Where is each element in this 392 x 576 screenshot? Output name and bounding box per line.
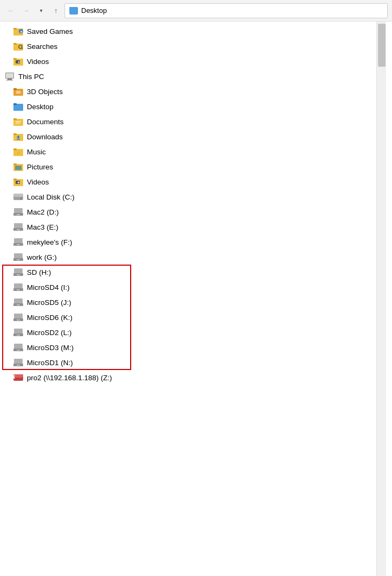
desktop-icon (13, 101, 24, 112)
pro2-z-icon (13, 372, 24, 383)
nav-item-music[interactable]: ♪Music (0, 144, 376, 159)
nav-item-microsd3-m[interactable]: MicroSD3 (M:) (0, 340, 376, 355)
nav-item-documents[interactable]: Documents (0, 114, 376, 129)
music-label: Music (27, 148, 46, 156)
nav-item-videos-user[interactable]: Videos (0, 54, 376, 69)
work-g-icon (13, 252, 24, 262)
svg-text:★: ★ (20, 30, 23, 33)
back-button[interactable]: ← (4, 4, 17, 17)
nav-pane[interactable]: ★Saved GamesSearchesVideosThis PC3D3D Ob… (0, 22, 376, 576)
svg-rect-53 (17, 244, 20, 245)
mac2-d-label: Mac2 (D:) (27, 208, 59, 216)
svg-rect-75 (14, 359, 23, 364)
searches-label: Searches (27, 42, 58, 51)
svg-rect-10 (13, 58, 17, 60)
microsd4-i-icon (13, 282, 24, 293)
nav-item-work-g[interactable]: work (G:) (0, 250, 376, 265)
nav-item-microsd2-l[interactable]: MicroSD2 (L:) (0, 325, 376, 340)
microsd5-j-icon (13, 297, 24, 308)
downloads-icon (13, 131, 24, 142)
svg-rect-60 (14, 283, 23, 288)
mekylee-f-icon (13, 237, 24, 247)
local-disk-c-label: Local Disk (C:) (27, 193, 75, 201)
nav-item-3d-objects[interactable]: 3D3D Objects (0, 84, 376, 99)
scrollbar-track[interactable] (376, 22, 386, 576)
nav-item-searches[interactable]: Searches (0, 39, 376, 54)
svg-rect-48 (14, 223, 23, 228)
this-pc-label: This PC (18, 73, 44, 81)
microsd2-l-label: MicroSD2 (L:) (27, 329, 72, 337)
nav-item-sd-h[interactable]: SD (H:) (0, 265, 376, 280)
svg-rect-79 (13, 374, 23, 378)
pro2-z-label: pro2 (\\192.168.1.188) (Z:) (27, 374, 112, 382)
nav-item-saved-games[interactable]: ★Saved Games (0, 24, 376, 39)
nav-item-pro2-z[interactable]: pro2 (\\192.168.1.188) (Z:) (0, 370, 376, 385)
svg-rect-77 (17, 365, 20, 366)
svg-rect-39 (13, 179, 17, 180)
svg-point-44 (20, 197, 22, 200)
microsd1-n-icon (13, 357, 24, 368)
svg-rect-72 (14, 344, 23, 349)
microsd6-k-label: MicroSD6 (K:) (27, 314, 73, 322)
music-icon: ♪ (13, 146, 24, 157)
mac3-e-label: Mac3 (E:) (27, 223, 59, 231)
svg-rect-18 (13, 88, 17, 90)
svg-rect-6 (13, 43, 17, 45)
svg-rect-71 (17, 335, 20, 336)
nav-item-this-pc[interactable]: This PC (0, 69, 376, 84)
path-text: Desktop (81, 6, 107, 15)
3d-objects-label: 3D Objects (27, 88, 63, 96)
pictures-icon (13, 161, 24, 172)
svg-rect-47 (17, 214, 20, 215)
svg-rect-51 (14, 238, 23, 243)
nav-item-mac3-e[interactable]: Mac3 (E:) (0, 219, 376, 234)
microsd2-l-icon (13, 327, 24, 338)
svg-rect-59 (17, 274, 20, 275)
svg-line-8 (22, 48, 23, 49)
nav-item-microsd5-j[interactable]: MicroSD5 (J:) (0, 295, 376, 310)
up-button[interactable]: ↑ (49, 4, 62, 17)
nav-item-local-disk-c[interactable]: Local Disk (C:) (0, 189, 376, 204)
svg-rect-74 (17, 350, 20, 351)
nav-item-mekylee-f[interactable]: mekylee's (F:) (0, 234, 376, 250)
svg-rect-57 (14, 268, 23, 273)
nav-item-mac2-d[interactable]: Mac2 (D:) (0, 204, 376, 219)
address-path[interactable]: Desktop (65, 3, 388, 18)
mekylee-f-label: mekylee's (F:) (27, 238, 72, 246)
nav-item-videos-pc[interactable]: Videos (0, 174, 376, 189)
svg-rect-56 (17, 259, 20, 260)
videos-pc-icon (13, 176, 24, 187)
nav-item-microsd1-n[interactable]: MicroSD1 (N:) (0, 355, 376, 370)
this-pc-icon (4, 71, 15, 82)
svg-rect-63 (14, 298, 23, 303)
svg-rect-45 (14, 208, 23, 213)
svg-rect-14 (6, 73, 13, 78)
scrollbar-thumb[interactable] (378, 24, 386, 67)
svg-rect-68 (17, 319, 20, 321)
saved-games-icon: ★ (13, 26, 24, 37)
nav-item-pictures[interactable]: Pictures (0, 159, 376, 174)
path-folder-icon (69, 7, 78, 15)
nav-item-downloads[interactable]: Downloads (0, 129, 376, 144)
mac2-d-icon (13, 207, 24, 217)
svg-rect-32 (13, 148, 17, 150)
local-disk-c-icon (13, 191, 24, 202)
3d-objects-icon: 3D (13, 86, 24, 97)
svg-rect-24 (16, 121, 21, 122)
videos-user-icon (13, 56, 24, 67)
microsd3-m-label: MicroSD3 (M:) (27, 344, 74, 352)
forward-button[interactable]: → (19, 4, 32, 17)
svg-rect-15 (8, 79, 12, 80)
microsd5-j-label: MicroSD5 (J:) (27, 298, 72, 307)
svg-rect-2 (13, 28, 17, 30)
svg-rect-69 (14, 329, 23, 333)
nav-item-microsd6-k[interactable]: MicroSD6 (K:) (0, 310, 376, 325)
recent-button[interactable]: ▾ (34, 4, 47, 17)
videos-pc-label: Videos (27, 178, 49, 186)
nav-item-desktop[interactable]: Desktop (0, 99, 376, 114)
sd-h-label: SD (H:) (27, 268, 51, 276)
documents-label: Documents (27, 118, 63, 126)
nav-item-microsd4-i[interactable]: MicroSD4 (I:) (0, 280, 376, 295)
svg-rect-35 (13, 163, 17, 165)
microsd3-m-icon (13, 342, 24, 353)
